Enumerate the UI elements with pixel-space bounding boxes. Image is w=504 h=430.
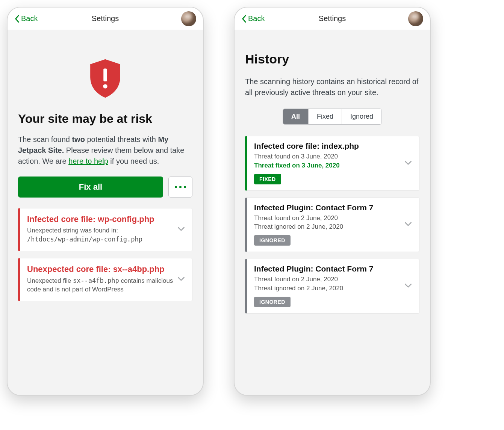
- action-row: Fix all: [18, 177, 192, 198]
- svg-point-1: [103, 84, 107, 88]
- chevron-down-icon: [403, 158, 413, 169]
- alert-icon-wrap: [18, 41, 192, 112]
- help-link[interactable]: here to help: [68, 157, 108, 165]
- avatar[interactable]: [408, 11, 423, 26]
- history-item-found: Threat found on 2 June, 2020: [254, 214, 412, 223]
- history-item-resolved: Threat ignored on 2 June, 2020: [254, 284, 412, 293]
- svg-rect-0: [103, 68, 107, 81]
- content-scroll: Your site may be at risk The scan found …: [8, 30, 203, 395]
- content-scroll: History The scanning history contains an…: [235, 30, 430, 395]
- chevron-left-icon: [14, 15, 20, 23]
- phone-scan-results: Back Settings Your site may be at risk T…: [7, 7, 204, 396]
- history-item-title: Infected Plugin: Contact Form 7: [254, 264, 412, 273]
- status-badge: IGNORED: [254, 297, 291, 307]
- chevron-down-icon: [176, 274, 186, 285]
- chevron-left-icon: [241, 15, 247, 23]
- history-item-resolved: Threat ignored on 2 June, 2020: [254, 222, 412, 231]
- history-item-title: Infected core file: index.php: [254, 142, 412, 151]
- history-card[interactable]: Infected Plugin: Contact Form 7 Threat f…: [245, 198, 419, 252]
- back-button[interactable]: Back: [241, 14, 265, 23]
- back-label: Back: [21, 14, 38, 23]
- risk-heading: Your site may be at risk: [18, 112, 192, 126]
- more-options-button[interactable]: [168, 177, 192, 198]
- history-card[interactable]: Infected Plugin: Contact Form 7 Threat f…: [245, 259, 419, 314]
- filter-all-button[interactable]: All: [283, 109, 309, 124]
- filter-fixed-button[interactable]: Fixed: [309, 109, 342, 124]
- threat-description: Unexpected file sx--a4fb.php contains ma…: [27, 276, 185, 294]
- status-badge: FIXED: [254, 174, 281, 184]
- threat-card[interactable]: Infected core file: wp-config.php Unexpe…: [18, 208, 192, 251]
- risk-description: The scan found two potential threats wit…: [18, 134, 192, 167]
- back-button[interactable]: Back: [14, 14, 38, 23]
- history-item-found: Threat found on 2 June, 2020: [254, 275, 412, 284]
- history-description: The scanning history contains an histori…: [245, 76, 419, 98]
- chevron-down-icon: [176, 224, 186, 235]
- status-badge: IGNORED: [254, 235, 291, 246]
- history-card[interactable]: Infected core file: index.php Threat fou…: [245, 136, 419, 191]
- shield-exclamation-icon: [87, 58, 123, 99]
- history-item-title: Infected Plugin: Contact Form 7: [254, 203, 412, 212]
- ellipsis-icon: [175, 186, 177, 188]
- back-label: Back: [248, 14, 265, 23]
- topbar: Back Settings: [235, 8, 430, 30]
- phone-history: Back Settings History The scanning histo…: [234, 7, 431, 396]
- chevron-down-icon: [403, 219, 413, 230]
- history-item-resolved: Threat fixed on 3 June, 2020: [254, 161, 412, 170]
- fix-all-button[interactable]: Fix all: [18, 177, 163, 198]
- avatar[interactable]: [181, 11, 196, 26]
- filter-segmented-control: All Fixed Ignored: [245, 109, 419, 125]
- threat-card[interactable]: Unexpected core file: sx--a4bp.php Unexp…: [18, 258, 192, 301]
- threat-title: Unexpected core file: sx--a4bp.php: [27, 264, 185, 274]
- history-item-found: Threat found on 3 June, 2020: [254, 152, 412, 161]
- history-heading: History: [245, 52, 419, 66]
- threat-description: Unexpected string was found in: /htdocs/…: [27, 226, 185, 244]
- topbar: Back Settings: [8, 8, 203, 30]
- filter-ignored-button[interactable]: Ignored: [342, 109, 381, 124]
- chevron-down-icon: [403, 281, 413, 292]
- threat-title: Infected core file: wp-config.php: [27, 214, 185, 224]
